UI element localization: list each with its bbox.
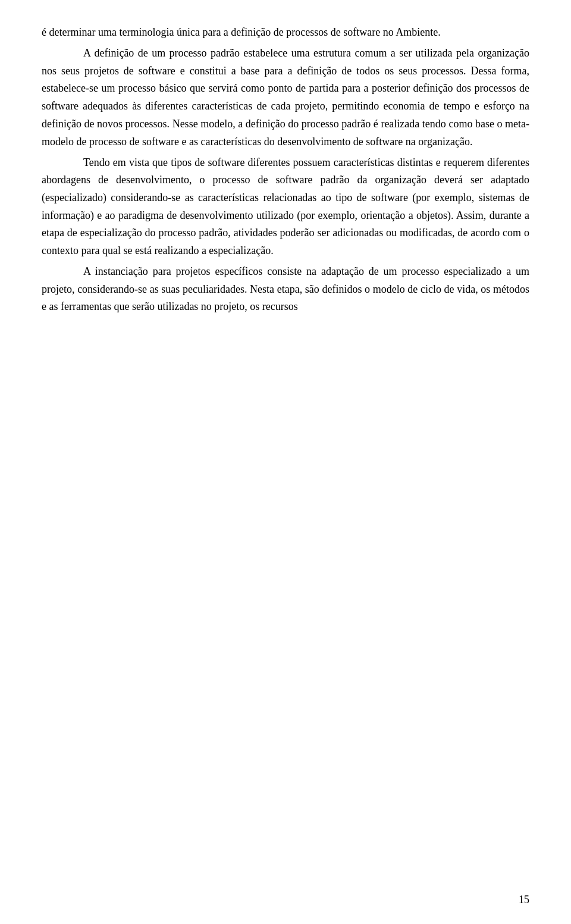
paragraph-4: A instanciação para projetos específicos…: [42, 263, 529, 316]
paragraph-1: é determinar uma terminologia única para…: [42, 24, 529, 42]
page-number: 15: [519, 894, 529, 906]
main-content: é determinar uma terminologia única para…: [42, 24, 529, 316]
page-container: é determinar uma terminologia única para…: [0, 0, 571, 924]
paragraph-2: A definição de um processo padrão estabe…: [42, 45, 529, 151]
paragraph-3: Tendo em vista que tipos de software dif…: [42, 154, 529, 260]
